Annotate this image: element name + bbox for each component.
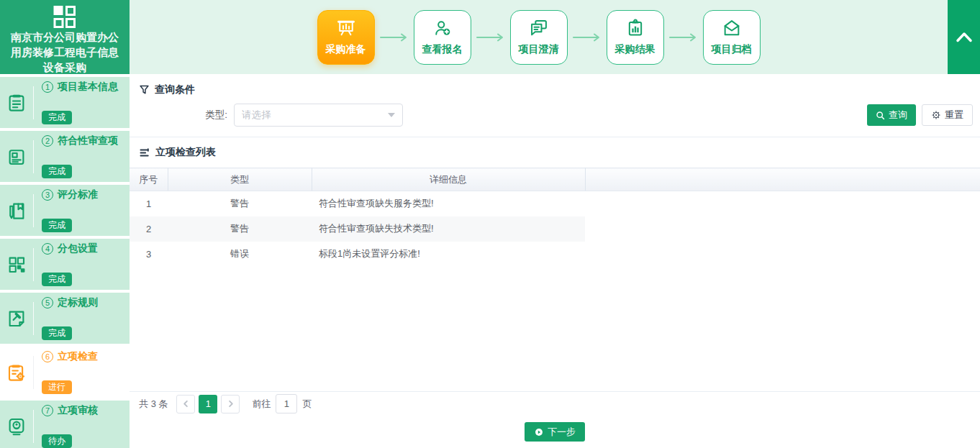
check-list-table: 序号 类型 详细信息 1 警告 符合性审查项缺失服务类型! <box>130 168 980 267</box>
item-divider <box>33 140 34 173</box>
sidebar-item-subpackage-settings[interactable]: 4 分包设置 完成 <box>0 239 130 290</box>
status-badge: 完成 <box>42 219 72 232</box>
column-header-type: 类型 <box>168 168 312 191</box>
step-number: 3 <box>42 189 53 201</box>
gear-icon <box>931 110 941 120</box>
item-divider <box>33 194 34 227</box>
sidebar-item-scoring-criteria[interactable]: 3 评分标准 完成 <box>0 185 130 236</box>
content-panel: 查询条件 类型: 请选择 <box>130 74 980 448</box>
status-badge: 完成 <box>42 326 72 340</box>
main-area: 采购准备 <box>130 0 980 448</box>
item-divider <box>33 86 34 119</box>
table-row: 2 警告 符合性审查项缺失技术类型! <box>130 216 980 242</box>
cell-type: 警告 <box>168 216 312 242</box>
table-row: 1 警告 符合性审查项缺失服务类型! <box>130 191 980 216</box>
collapse-panel-button[interactable] <box>948 0 980 74</box>
reset-button[interactable]: 重置 <box>922 104 973 126</box>
type-select[interactable]: 请选择 <box>234 104 403 127</box>
total-count: 3 <box>151 398 156 409</box>
item-divider <box>33 356 34 389</box>
query-section-title: 查询条件 <box>155 83 195 96</box>
chart-board-icon <box>336 18 356 38</box>
list-icon <box>139 147 150 158</box>
caret-down-icon <box>388 113 395 117</box>
query-section: 查询条件 类型: 请选择 <box>130 74 980 137</box>
cell-filler <box>585 216 980 242</box>
cell-filler <box>585 242 980 267</box>
next-page-button[interactable] <box>221 395 240 413</box>
status-badge: 完成 <box>42 273 72 286</box>
page-unit-label: 页 <box>302 398 312 411</box>
sidebar-item-award-rules[interactable]: 5 定标规则 完成 <box>0 293 130 344</box>
cell-type: 错误 <box>168 242 312 267</box>
column-header-seq: 序号 <box>130 168 168 191</box>
chevron-left-icon <box>182 400 190 408</box>
arrow-right-icon <box>568 32 607 42</box>
project-title: 南京市分公司购置办公用房装修工程电子信息设备采购 <box>0 29 130 75</box>
goto-page-input[interactable] <box>276 394 297 413</box>
cell-detail: 符合性审查项缺失技术类型! <box>312 216 585 242</box>
gavel-doc-icon <box>0 308 33 329</box>
table-header-row: 序号 类型 详细信息 <box>130 168 980 191</box>
clipboard-lines-icon <box>0 92 33 114</box>
pen-notebook-icon <box>0 200 33 221</box>
result-clipboard-icon <box>625 18 645 38</box>
sidebar-item-label: 符合性审查项 <box>58 134 118 147</box>
status-badge: 待办 <box>42 434 72 448</box>
sidebar-menu: 1 项目基本信息 完成 2 <box>0 74 130 448</box>
sidebar-item-label: 评分标准 <box>58 188 98 201</box>
arrow-right-icon <box>664 32 703 42</box>
chevron-up-icon <box>956 32 973 42</box>
step-number: 7 <box>42 405 53 416</box>
step-label: 项目归档 <box>712 43 752 56</box>
status-badge: 完成 <box>42 165 72 178</box>
step-procure-result[interactable]: 采购结果 <box>607 10 664 65</box>
page-number-button[interactable]: 1 <box>199 395 217 413</box>
footer-bar: 下一步 <box>130 416 980 448</box>
app-window: 南京市分公司购置办公用房装修工程电子信息设备采购 1 项目基本信息 <box>0 0 980 448</box>
type-select-placeholder: 请选择 <box>242 109 271 122</box>
search-icon <box>876 111 885 120</box>
arrow-right-icon <box>471 32 510 42</box>
next-step-button[interactable]: 下一步 <box>525 422 585 442</box>
grid-logo-icon <box>0 0 130 29</box>
table-row: 3 错误 标段1尚未设置评分标准! <box>130 242 980 267</box>
prev-page-button[interactable] <box>176 395 195 413</box>
sidebar-item-label: 立项审核 <box>58 404 98 417</box>
sidebar-item-compliance-review[interactable]: 2 符合性审查项 完成 <box>0 131 130 182</box>
workflow-steps: 采购准备 <box>317 10 793 65</box>
arrow-right-icon <box>375 32 414 42</box>
step-project-archive[interactable]: 项目归档 <box>703 10 761 65</box>
search-button[interactable]: 查询 <box>867 104 916 126</box>
cell-seq: 1 <box>130 191 168 216</box>
cell-detail: 符合性审查项缺失服务类型! <box>312 191 585 216</box>
check-list-title: 立项检查列表 <box>155 146 216 159</box>
workflow-bar: 采购准备 <box>130 0 980 74</box>
cell-type: 警告 <box>168 191 312 216</box>
clipboard-gear-icon <box>0 362 33 383</box>
cell-detail: 标段1尚未设置评分标准! <box>312 242 585 267</box>
pagination-bar: 共 3 条 1 <box>130 391 980 416</box>
sidebar-item-label: 项目基本信息 <box>58 81 118 93</box>
goto-label: 前往 <box>252 398 271 411</box>
next-step-label: 下一步 <box>548 426 576 439</box>
status-badge: 完成 <box>42 111 72 124</box>
qr-grid-icon <box>0 254 33 275</box>
step-procure-prepare[interactable]: 采购准备 <box>317 10 375 65</box>
sidebar-item-label: 立项检查 <box>58 350 98 363</box>
sidebar-item-basic-info[interactable]: 1 项目基本信息 完成 <box>0 77 130 128</box>
play-circle-icon <box>534 427 544 437</box>
cell-filler <box>585 191 980 216</box>
step-project-clarify[interactable]: 项目澄清 <box>510 10 568 65</box>
search-button-label: 查询 <box>889 109 907 122</box>
type-label: 类型: <box>130 109 234 122</box>
sidebar-item-project-check[interactable]: 6 立项检查 进行 <box>0 347 130 398</box>
step-number: 2 <box>42 135 53 147</box>
chat-bubbles-icon <box>529 18 549 38</box>
step-view-registration[interactable]: 查看报名 <box>414 10 471 65</box>
sidebar-item-project-approval[interactable]: 7 立项审核 待办 <box>0 401 130 448</box>
envelope-icon <box>722 18 742 38</box>
item-divider <box>33 302 34 335</box>
id-card-icon <box>0 146 33 168</box>
user-add-icon <box>432 18 453 38</box>
